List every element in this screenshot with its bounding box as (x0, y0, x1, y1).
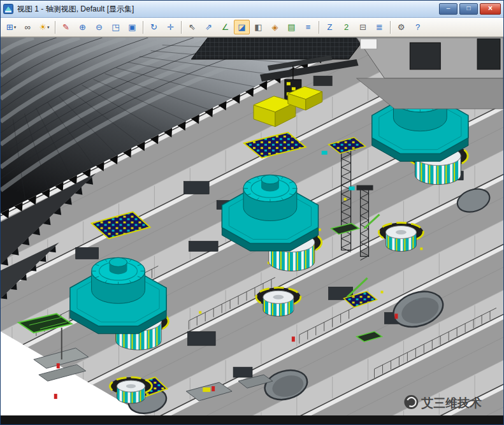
fit-all-icon[interactable]: ▣ (124, 20, 140, 34)
walkthrough-icon[interactable]: ⇗ (201, 20, 217, 34)
structure-tree-icon[interactable]: ≣ (371, 20, 387, 34)
bottom-strip (1, 415, 503, 424)
app-window: 视图 1 - 轴测视图, Default [显示集] – □ × ⊞▾∞☀▾✎⊕… (0, 0, 504, 425)
deck-hatch-opening (410, 43, 440, 69)
pan-icon[interactable]: ✛ (162, 20, 178, 34)
viewport-3d[interactable]: 艾三维技术 (1, 37, 503, 424)
zoom-window-icon[interactable]: ◳ (108, 20, 124, 34)
toolbar-separator (390, 21, 391, 34)
grating-walkway (191, 38, 365, 59)
watermark-text: 艾三维技术 (421, 396, 482, 410)
toolbar: ⊞▾∞☀▾✎⊕⊖◳▣↻✛⇖⇗∠◪◧◈▤≡Z2⊟≣⚙? (1, 18, 503, 37)
title-bar: 视图 1 - 轴测视图, Default [显示集] – □ × (1, 1, 503, 18)
explode-icon[interactable]: ◈ (267, 20, 283, 34)
clipboard-icon[interactable]: ⊟ (355, 20, 371, 34)
window-title: 视图 1 - 轴测视图, Default [显示集] (17, 4, 439, 15)
help-icon[interactable]: ? (410, 20, 426, 34)
zoom-in-icon[interactable]: ⊕ (75, 20, 90, 34)
pmi-icon[interactable]: ≡ (300, 20, 316, 34)
markup-pen-icon[interactable]: ✎ (58, 20, 74, 34)
scene-3d: 艾三维技术 (1, 38, 503, 424)
view-layout-icon[interactable]: ⊞▾ (3, 20, 19, 34)
minimize-button[interactable]: – (439, 3, 457, 15)
section-icon[interactable]: ◪ (234, 20, 250, 34)
toolbar-separator (181, 21, 182, 34)
toolbar-separator (55, 21, 55, 34)
zoom-out-icon[interactable]: ⊖ (91, 20, 107, 34)
sequence-icon[interactable]: 2 (338, 20, 354, 34)
maximize-button[interactable]: □ (459, 3, 478, 15)
app-icon (3, 4, 13, 14)
examine-icon[interactable]: ∞ (20, 20, 36, 34)
toolbar-separator (319, 21, 319, 34)
orbit-icon[interactable]: ↻ (146, 20, 162, 34)
deck-hatch-opening (477, 39, 500, 69)
sort-z-icon[interactable]: Z (322, 20, 338, 34)
measure-icon[interactable]: ∠ (217, 20, 233, 34)
close-button[interactable]: × (480, 3, 501, 15)
settings-gear-icon[interactable]: ⚙ (393, 20, 409, 34)
select-icon[interactable]: ⇖ (184, 20, 200, 34)
toolbar-separator (143, 21, 143, 34)
compare-icon[interactable]: ◧ (250, 20, 266, 34)
markup-list-icon[interactable]: ▤ (284, 20, 299, 34)
render-lighting-icon[interactable]: ☀▾ (36, 20, 52, 34)
